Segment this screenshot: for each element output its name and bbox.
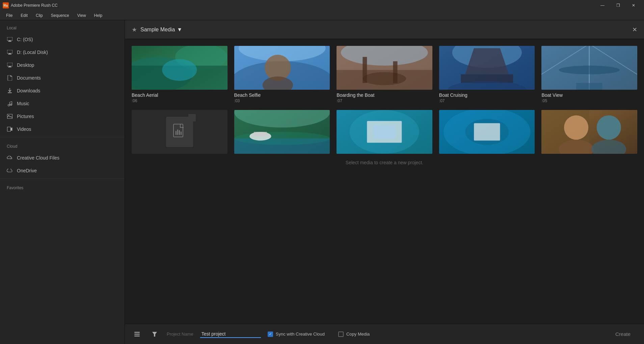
- media-card-audio[interactable]: [132, 110, 227, 156]
- onedrive-icon: [7, 168, 13, 174]
- media-thumbnail-boat-view: [541, 46, 637, 90]
- media-name-boat-cruising: Boat Cruising: [439, 92, 535, 98]
- menubar-item-clip[interactable]: Clip: [32, 12, 46, 19]
- sync-checkbox[interactable]: ✓: [268, 332, 273, 337]
- media-card-boat-view[interactable]: Boat View :05: [541, 46, 637, 103]
- svg-rect-5: [8, 54, 11, 55]
- sidebar-item-creative-cloud[interactable]: Creative Cloud Files: [0, 151, 125, 164]
- svg-rect-1: [9, 40, 11, 41]
- document-icon: [7, 75, 13, 81]
- svg-marker-19: [11, 127, 12, 131]
- media-card-beach-selfie[interactable]: Beach Selfie :03: [234, 46, 330, 103]
- media-card-boarding-boat[interactable]: Boarding the Boat :07: [337, 46, 432, 103]
- close-media-button[interactable]: ✕: [632, 26, 637, 33]
- svg-rect-73: [134, 334, 140, 335]
- media-name-beach-selfie: Beach Selfie: [234, 92, 330, 98]
- media-duration-beach-selfie: :03: [234, 98, 330, 103]
- media-browser-header: ★ Sample Media ▼ ✕: [125, 20, 644, 39]
- menubar-item-sequence[interactable]: Sequence: [48, 12, 73, 19]
- create-button[interactable]: Create: [609, 328, 637, 340]
- media-card-selfie2[interactable]: [541, 110, 637, 156]
- media-card-boat-scenery[interactable]: [234, 110, 330, 156]
- media-card-aerial2[interactable]: [337, 110, 432, 156]
- svg-rect-9: [8, 92, 12, 93]
- svg-rect-57: [254, 132, 267, 136]
- svg-rect-0: [7, 37, 12, 40]
- svg-rect-18: [7, 127, 11, 132]
- svg-rect-65: [474, 123, 500, 141]
- sidebar-item-c-drive[interactable]: C: (OS): [0, 33, 125, 46]
- media-card-beach-aerial[interactable]: Beach Aerial :06: [132, 46, 227, 103]
- sidebar-item-documents[interactable]: Documents: [0, 71, 125, 84]
- pictures-icon: [7, 113, 13, 119]
- svg-point-70: [597, 115, 621, 140]
- svg-rect-8: [8, 67, 11, 67]
- media-title-dropdown[interactable]: Sample Media ▼: [140, 27, 182, 33]
- media-duration-boat-cruising: :07: [439, 98, 535, 103]
- svg-line-15: [10, 102, 12, 102]
- maximize-button[interactable]: ❐: [610, 0, 626, 11]
- download-icon: [7, 88, 13, 94]
- menubar-item-help[interactable]: Help: [91, 12, 106, 19]
- window-controls: — ❐ ✕: [595, 0, 641, 11]
- media-thumbnail-boarding-boat: [337, 46, 432, 90]
- app-title: Adobe Premiere Rush CC: [11, 3, 58, 8]
- svg-rect-61: [374, 125, 395, 139]
- svg-rect-46: [576, 83, 602, 90]
- media-card-boat3[interactable]: [439, 110, 535, 156]
- filter-button[interactable]: [149, 329, 160, 340]
- media-thumbnail-boat-cruising: [439, 46, 535, 90]
- favorites-divider: [0, 178, 125, 179]
- sidebar-item-downloads[interactable]: Downloads: [0, 84, 125, 97]
- copy-media-label: Copy Media: [346, 332, 370, 337]
- media-thumbnail-aerial2: [337, 110, 432, 154]
- menubar-item-file[interactable]: File: [3, 12, 16, 19]
- titlebar-left: Ru Adobe Premiere Rush CC: [3, 2, 58, 8]
- hamburger-menu-button[interactable]: [132, 329, 142, 340]
- sidebar-item-d-drive[interactable]: D: (Local Disk): [0, 46, 125, 59]
- app-logo: Ru: [3, 2, 9, 8]
- svg-rect-50: [179, 130, 180, 135]
- desktop-label: Desktop: [17, 62, 34, 68]
- svg-rect-4: [9, 53, 11, 54]
- media-grid-container: Beach Aerial :06: [125, 39, 644, 324]
- svg-marker-75: [152, 332, 157, 337]
- svg-rect-3: [7, 50, 12, 53]
- svg-rect-51: [181, 132, 182, 135]
- sidebar-item-videos[interactable]: Videos: [0, 123, 125, 136]
- favorite-star-icon[interactable]: ★: [132, 26, 137, 33]
- close-button[interactable]: ✕: [626, 0, 641, 11]
- sidebar-item-desktop[interactable]: Desktop: [0, 59, 125, 71]
- sidebar-item-pictures[interactable]: Pictures: [0, 110, 125, 123]
- desktop-icon: [7, 62, 13, 68]
- audio-file-icon: [166, 117, 193, 147]
- creative-cloud-icon: [7, 155, 13, 161]
- documents-label: Documents: [17, 75, 41, 81]
- favorites-section-label: Favorites: [0, 180, 125, 193]
- titlebar: Ru Adobe Premiere Rush CC — ❐ ✕: [0, 0, 644, 11]
- svg-point-35: [363, 72, 406, 85]
- minimize-button[interactable]: —: [595, 0, 610, 11]
- svg-point-45: [559, 66, 620, 75]
- svg-point-68: [564, 115, 588, 140]
- sidebar-item-onedrive[interactable]: OneDrive: [0, 164, 125, 177]
- media-thumbnail-boat-scenery: [234, 110, 330, 154]
- project-name-input[interactable]: [200, 331, 261, 338]
- c-drive-label: C: (OS): [17, 37, 33, 42]
- media-name-boat-view: Boat View: [541, 92, 637, 98]
- project-name-label: Project Name: [167, 332, 193, 337]
- menubar-item-view[interactable]: View: [74, 12, 89, 19]
- creative-cloud-label: Creative Cloud Files: [17, 155, 59, 161]
- select-media-hint: Select media to create a new project.: [132, 160, 637, 165]
- media-header-left: ★ Sample Media ▼: [132, 26, 182, 33]
- music-icon: [7, 101, 13, 107]
- media-card-boat-cruising[interactable]: Boat Cruising :07: [439, 46, 535, 103]
- svg-point-24: [162, 59, 197, 81]
- svg-rect-48: [176, 131, 177, 135]
- menubar-item-edit[interactable]: Edit: [17, 12, 31, 19]
- svg-rect-7: [9, 66, 11, 67]
- copy-media-checkbox[interactable]: [338, 332, 344, 337]
- sidebar-item-music[interactable]: Music: [0, 97, 125, 110]
- svg-rect-49: [177, 130, 178, 135]
- music-label: Music: [17, 101, 29, 106]
